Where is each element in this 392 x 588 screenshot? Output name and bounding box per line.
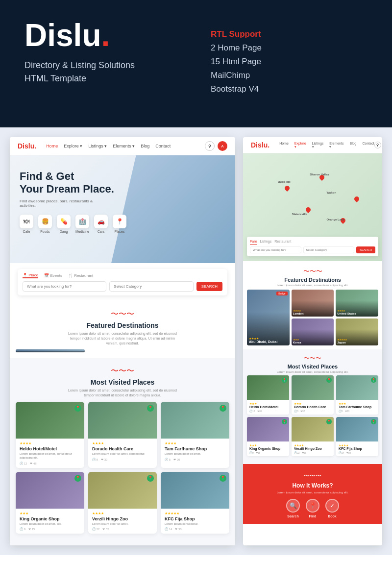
map-pin-3: [305, 206, 312, 213]
right-nav-search-btn[interactable]: ⚲: [374, 142, 381, 148]
left-preview: Dislu. Home Explore ▾ Listings ▾ Element…: [10, 137, 235, 545]
right-nav-explore[interactable]: Explore ▾: [294, 142, 306, 149]
feature-bootstrap: Bootstrap V4: [211, 84, 368, 94]
right-visited-desc: Lorem ipsum dolor sit amet, consectetur …: [269, 370, 357, 373]
visited-desc: Lorem ipsum dolor sit amet, consectetur …: [64, 388, 181, 398]
hero-title: Find & Get Your Dream Place.: [20, 170, 225, 196]
nav-logo-right: Dislu.: [251, 141, 270, 149]
how-it-works-desc: Lorem ipsum dolor sit amet, consectetur …: [264, 491, 362, 494]
featured-desc: Lorem ipsum dolor sit amet, consectetur …: [64, 331, 181, 345]
how-step-0: 🔍 Search: [286, 499, 300, 518]
feature-rtl: RTL Support: [211, 29, 368, 39]
cat-medicine-icon: 🏥: [75, 215, 89, 228]
right-nav-contact[interactable]: Contact: [362, 142, 374, 149]
right-pin-2: 📍: [371, 377, 376, 383]
right-place-2[interactable]: 📍 ★★★ Tam Farfhume Shop 🕐5❤20: [336, 375, 378, 415]
search-submit-btn[interactable]: SEARCH: [196, 282, 222, 291]
right-featured-heading: Featured Destinations: [247, 277, 378, 283]
right-place-5[interactable]: 📍 ★★★★ KFC Fija Shop 🕐14❤38: [336, 417, 378, 456]
how-step-circle-1: 📍: [306, 499, 319, 513]
category-icons: 🍽 Cafe 🍔 Foods 💊 Dang 🏥 Medicine 🚗: [20, 215, 225, 233]
dest-card-0[interactable]: Featured ★★★★ Abu Dhabi, Dubai 🏨 12 Hote…: [16, 349, 85, 352]
cat-dang[interactable]: 💊 Dang: [57, 215, 71, 233]
right-nav-home[interactable]: Home: [279, 142, 289, 149]
nav-user-btn[interactable]: A: [218, 141, 227, 151]
place-name-4: Verzili Hingo Zoo: [92, 516, 153, 521]
search-bar: 📍 Place 📅 Events 🍴 Restaurant SEARCH: [18, 269, 227, 295]
right-badge: Badge: [276, 292, 287, 295]
place-pin-1: 📍: [147, 405, 154, 412]
place-pin-2: 📍: [220, 405, 226, 412]
cat-cars[interactable]: 🚗 Cars: [94, 215, 108, 233]
nav-contact[interactable]: Contact: [155, 144, 171, 148]
right-pin-1: 📍: [326, 377, 332, 383]
right-place-1[interactable]: 📍 ★★★ Dorado Health Care 🕐8❤32: [292, 375, 334, 415]
right-places-grid: 📍 ★★★ Heldo Hotel/Motel 🕐12❤48 📍 ★★★: [243, 375, 382, 460]
right-navbar: Dislu. Home Explore ▾ Listings ▾ Element…: [243, 137, 382, 153]
cat-cafe-icon: 🍽: [20, 215, 33, 228]
cat-medicine[interactable]: 🏥 Medicine: [75, 215, 89, 233]
place-card-5[interactable]: 📍 ★★★★★ KFC Fija Shop Lorem ipsum consec…: [161, 472, 229, 534]
left-navbar: Dislu. Home Explore ▾ Listings ▾ Element…: [10, 137, 235, 155]
right-place-4[interactable]: 📍 ★★★★ Verzili Hingo Zoo 🕐22❤55: [292, 417, 334, 456]
nav-logo-left: Dislu.: [18, 142, 36, 150]
search-tab-place[interactable]: 📍 Place: [23, 273, 38, 278]
right-pin-0: 📍: [282, 377, 287, 383]
cat-foods-icon: 🍔: [38, 215, 52, 228]
cat-foods[interactable]: 🍔 Foods: [38, 215, 52, 233]
place-card-1[interactable]: 📍 ★★★★ Dorado Health Care Lorem ipsum do…: [88, 402, 157, 468]
right-place-0[interactable]: 📍 ★★★ Heldo Hotel/Motel 🕐12❤48: [247, 375, 289, 415]
nav-search-btn[interactable]: ⚲: [205, 141, 215, 151]
visited-heading: Most Visited Places: [15, 378, 230, 386]
right-nav-elements[interactable]: Elements ▾: [329, 142, 343, 149]
cat-places[interactable]: 📍 Places: [113, 215, 126, 233]
right-visited-section: 〜〜〜 Most Visited Places Lorem ipsum dolo…: [243, 349, 382, 464]
right-dest-card-2[interactable]: ★★★★ United States: [336, 290, 378, 317]
map-pin-5: [353, 196, 360, 202]
how-step-2: ✓ Book: [325, 499, 339, 518]
right-place-3[interactable]: 📍 ★★★ King Organic Shop 🕐9❤15: [247, 417, 289, 456]
cat-cars-icon: 🚗: [94, 215, 108, 228]
header: Dislu. Directory & Listing SolutionsHTML…: [0, 0, 392, 127]
nav-elements[interactable]: Elements ▾: [113, 144, 135, 148]
search-tab-events[interactable]: 📅 Events: [44, 273, 62, 278]
place-card-2[interactable]: 📍 ★★★★ Tam Farfhume Shop Lorem ipsum dol…: [161, 402, 229, 468]
cat-dang-icon: 💊: [57, 215, 71, 228]
hero-subtitle: Find awesome places, bars, restaurants &…: [20, 199, 98, 208]
feature-htmlpage: 15 Html Page: [211, 57, 368, 67]
search-keyword-input[interactable]: [23, 281, 106, 292]
right-nav-listings[interactable]: Listings ▾: [312, 142, 324, 149]
featured-heading: Featured Destinations: [15, 321, 230, 329]
how-step-1: 📍 Find: [306, 499, 319, 518]
right-dest-card-0[interactable]: Badge ★★★★ Abu Dhabi, Dubai: [247, 290, 290, 345]
how-step-circle-2: ✓: [325, 499, 339, 513]
place-card-3[interactable]: 📍 ★★★ King Organic Shop Lorem ipsum dolo…: [16, 472, 84, 534]
cat-places-icon: 📍: [113, 215, 126, 228]
right-dest-card-4[interactable]: ★★★★★ Japan: [336, 318, 378, 345]
right-dest-card-1[interactable]: ★★★★ London: [292, 290, 334, 317]
right-dest-card-3[interactable]: ★★★ Korea: [292, 318, 334, 345]
main-content: Dislu. Home Explore ▾ Listings ▾ Element…: [0, 127, 392, 555]
nav-explore[interactable]: Explore ▾: [64, 144, 82, 148]
place-card-0[interactable]: 📍 ★★★★ Heldo Hotel/Motel Lorem ipsum dol…: [16, 402, 84, 468]
nav-listings[interactable]: Listings ▾: [88, 144, 107, 148]
search-category-input[interactable]: [109, 281, 193, 292]
nav-blog[interactable]: Blog: [141, 144, 149, 148]
right-featured-desc: Lorem ipsum dolor sit amet, consectetur …: [264, 284, 362, 287]
how-it-works-section: 〜〜〜 How It Works? Lorem ipsum dolor sit …: [243, 464, 382, 524]
visited-section-title: 〜〜〜 Most Visited Places Lorem ipsum dolo…: [10, 358, 235, 402]
place-card-4[interactable]: 📍 ★★★★ Verzili Hingo Zoo Lorem ipsum dol…: [88, 472, 157, 534]
logo-dot: .: [101, 18, 110, 53]
visited-section: 〜〜〜 Most Visited Places Lorem ipsum dolo…: [10, 358, 235, 545]
right-search-btn[interactable]: SEARCH: [356, 246, 375, 253]
right-dest-grid: Badge ★★★★ Abu Dhabi, Dubai ★★★★ London …: [243, 290, 382, 349]
right-pin-4: 📍: [326, 419, 332, 424]
right-visited-heading: Most Visited Places: [246, 364, 379, 369]
feature-mailchimp: MailChimp: [211, 71, 368, 80]
right-preview: Dislu. Home Explore ▾ Listings ▾ Element…: [243, 137, 382, 545]
right-nav-blog[interactable]: Blog: [349, 142, 356, 149]
nav-home[interactable]: Home: [46, 144, 58, 148]
place-name-3: King Organic Shop: [20, 516, 80, 521]
cat-cafe[interactable]: 🍽 Cafe: [20, 215, 33, 233]
search-tab-restaurant[interactable]: 🍴 Restaurant: [68, 273, 93, 278]
